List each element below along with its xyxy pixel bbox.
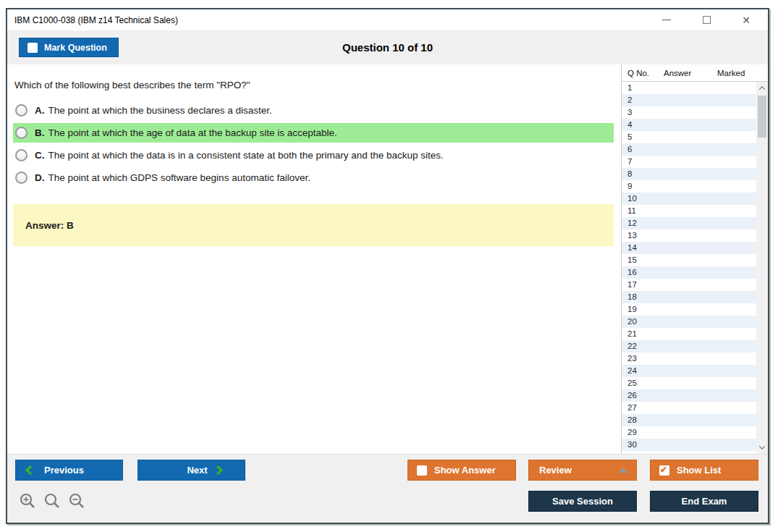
option-letter: C. — [35, 150, 45, 161]
list-item[interactable]: 3 — [622, 106, 756, 119]
window-title: IBM C1000-038 (IBM z14 Technical Sales) — [14, 15, 178, 25]
list-item[interactable]: 7 — [622, 156, 756, 168]
scroll-up-button[interactable] — [756, 83, 768, 94]
question-list-body-wrap: 1234567891011121314151617181920212223242… — [622, 82, 768, 454]
column-marked: Marked — [717, 69, 768, 77]
list-item[interactable]: 14 — [622, 242, 756, 254]
list-item[interactable]: 12 — [622, 217, 756, 229]
list-item[interactable]: 23 — [622, 352, 756, 365]
header-bar: Mark Question Question 10 of 10 — [7, 30, 768, 64]
answer-text: Answer: B — [25, 220, 74, 231]
option-text: The point at which GDPS software begins … — [48, 172, 310, 183]
column-answer: Answer — [664, 69, 717, 77]
zoom-reset-icon[interactable] — [43, 492, 62, 510]
list-item[interactable]: 29 — [622, 426, 756, 439]
mark-question-checkbox[interactable] — [28, 43, 38, 53]
list-item[interactable]: 18 — [622, 291, 756, 303]
show-list-checkbox[interactable]: ✔ — [659, 465, 669, 476]
list-item[interactable]: 15 — [622, 254, 756, 266]
list-item[interactable]: 19 — [622, 303, 756, 316]
list-item[interactable]: 25 — [622, 377, 756, 389]
show-list-label: Show List — [677, 465, 721, 476]
review-button[interactable]: Review — [528, 460, 637, 481]
close-icon: ✕ — [742, 15, 750, 25]
list-item[interactable]: 27 — [622, 402, 756, 414]
list-item[interactable]: 5 — [622, 131, 756, 143]
zoom-in-icon[interactable] — [19, 492, 37, 510]
list-item[interactable]: 20 — [622, 316, 756, 328]
scroll-down-button[interactable] — [756, 442, 768, 453]
chevron-left-icon — [25, 465, 33, 476]
list-item[interactable]: 21 — [622, 328, 756, 340]
column-qno: Q No. — [622, 69, 664, 77]
question-text: Which of the following best describes th… — [14, 80, 621, 90]
footer-bar: Previous Next Show Answer Review ✔ Show … — [7, 454, 768, 523]
minimize-button[interactable] — [661, 14, 672, 26]
mark-question-label: Mark Question — [44, 43, 107, 53]
show-answer-button[interactable]: Show Answer — [407, 460, 516, 481]
list-item[interactable]: 10 — [622, 193, 756, 205]
option-d[interactable]: D. The point at which GDPS software begi… — [13, 168, 614, 187]
list-item[interactable]: 17 — [622, 279, 756, 291]
option-c[interactable]: C. The point at which the data is in a c… — [13, 145, 614, 165]
list-item[interactable]: 9 — [622, 180, 756, 193]
review-label: Review — [539, 465, 572, 476]
show-answer-checkbox[interactable] — [417, 465, 427, 476]
question-list-panel: Q No. Answer Marked 12345678910111213141… — [621, 64, 768, 454]
list-item[interactable]: 4 — [622, 119, 756, 131]
previous-button[interactable]: Previous — [15, 460, 123, 481]
option-b-radio[interactable] — [15, 127, 28, 139]
end-exam-button[interactable]: End Exam — [650, 491, 758, 512]
check-icon: ✔ — [660, 465, 667, 475]
list-item[interactable]: 24 — [622, 365, 756, 377]
list-item[interactable]: 22 — [622, 340, 756, 352]
chevron-up-icon — [759, 86, 765, 92]
option-a-radio[interactable] — [15, 104, 28, 117]
option-letter: B. — [35, 127, 45, 138]
zoom-out-icon[interactable] — [68, 492, 86, 510]
next-label: Next — [187, 465, 207, 476]
chevron-down-icon — [759, 443, 765, 449]
option-c-radio[interactable] — [15, 149, 28, 161]
option-text: The point at which the age of data at th… — [48, 127, 337, 138]
minimize-icon — [662, 20, 671, 20]
list-item[interactable]: 11 — [622, 205, 756, 217]
list-item[interactable]: 26 — [622, 389, 756, 402]
triangle-up-icon — [619, 468, 627, 473]
question-list-header: Q No. Answer Marked — [622, 64, 768, 82]
option-text: The point at which the business declares… — [48, 105, 272, 116]
close-button[interactable]: ✕ — [740, 14, 752, 26]
option-d-radio[interactable] — [15, 172, 28, 184]
previous-label: Previous — [44, 465, 84, 476]
show-answer-label: Show Answer — [434, 465, 496, 476]
show-list-button[interactable]: ✔ Show List — [650, 460, 758, 481]
list-item[interactable]: 16 — [622, 266, 756, 279]
option-b[interactable]: B. The point at which the age of data at… — [13, 123, 614, 143]
save-session-label: Save Session — [552, 496, 613, 507]
zoom-controls — [19, 492, 86, 510]
list-item[interactable]: 6 — [622, 143, 756, 156]
option-letter: D. — [35, 172, 45, 183]
title-bar: IBM C1000-038 (IBM z14 Technical Sales) … — [7, 9, 768, 30]
list-item[interactable]: 13 — [622, 229, 756, 242]
question-list-body: 1234567891011121314151617181920212223242… — [622, 82, 756, 451]
question-counter: Question 10 of 10 — [7, 41, 768, 54]
app-window: IBM C1000-038 (IBM z14 Technical Sales) … — [6, 8, 769, 524]
end-exam-label: End Exam — [682, 496, 727, 507]
list-item[interactable]: 2 — [622, 94, 756, 106]
maximize-button[interactable] — [701, 14, 712, 26]
scrollbar-thumb[interactable] — [758, 96, 766, 138]
question-list-scrollbar[interactable] — [756, 82, 768, 454]
answer-box: Answer: B — [13, 204, 614, 246]
next-button[interactable]: Next — [138, 460, 245, 481]
chevron-right-icon — [215, 465, 224, 476]
list-item[interactable]: 1 — [622, 82, 756, 94]
mark-question-button[interactable]: Mark Question — [19, 38, 119, 57]
question-area: Which of the following best describes th… — [7, 64, 621, 454]
list-item[interactable]: 8 — [622, 168, 756, 180]
save-session-button[interactable]: Save Session — [528, 491, 637, 512]
options-list: A. The point at which the business decla… — [7, 101, 621, 187]
option-a[interactable]: A. The point at which the business decla… — [13, 101, 614, 120]
list-item[interactable]: 30 — [622, 439, 756, 451]
list-item[interactable]: 28 — [622, 414, 756, 426]
